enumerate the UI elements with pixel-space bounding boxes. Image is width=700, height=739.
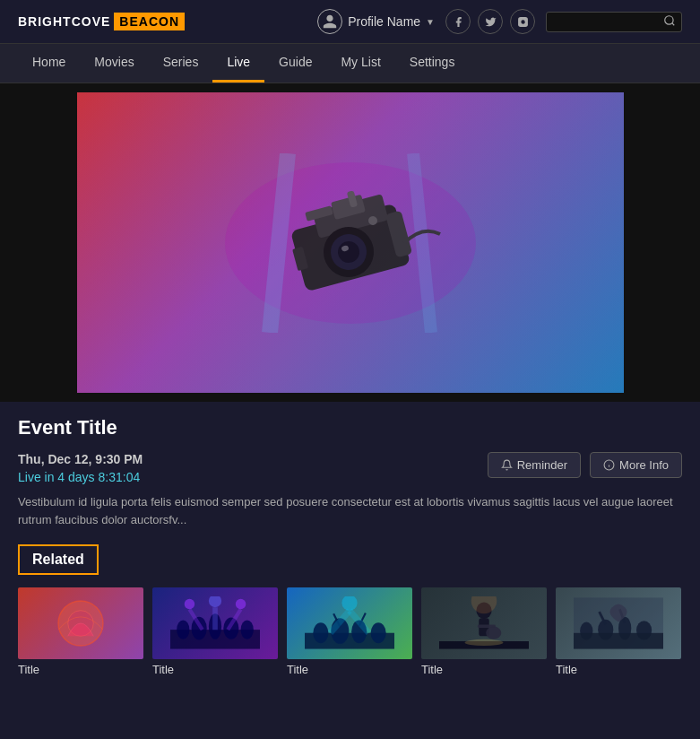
reminder-label: Reminder — [517, 458, 567, 472]
nav-item-live[interactable]: Live — [212, 44, 264, 83]
related-item-title: Title — [421, 663, 547, 676]
svg-point-51 — [465, 639, 504, 646]
related-label: Related — [18, 544, 99, 575]
nav-item-settings[interactable]: Settings — [395, 44, 470, 83]
nav-item-guide[interactable]: Guide — [264, 44, 326, 83]
reminder-button[interactable]: Reminder — [488, 452, 581, 478]
thumb-art-4 — [439, 596, 529, 650]
logo-area: BRIGHTCOVE BEACON — [18, 13, 185, 30]
svg-point-26 — [192, 617, 207, 640]
profile-name: Profile Name — [348, 14, 420, 29]
related-thumb-5 — [556, 587, 681, 659]
search-icon[interactable] — [663, 14, 676, 30]
event-meta: Thu, Dec 12, 9:30 PM Live in 4 days 8:31… — [18, 452, 682, 484]
related-section: Related Title — [0, 544, 700, 676]
social-icons — [445, 9, 535, 34]
svg-point-29 — [241, 620, 254, 639]
list-item[interactable]: Title — [287, 587, 412, 676]
svg-point-32 — [236, 599, 246, 609]
list-item[interactable]: Title — [18, 587, 143, 676]
search-input[interactable] — [552, 15, 660, 29]
logo-brightcove: BRIGHTCOVE — [18, 14, 110, 29]
related-thumb-2 — [152, 587, 278, 659]
facebook-icon[interactable] — [445, 9, 471, 34]
nav: Home Movies Series Live Guide My List Se… — [0, 44, 700, 83]
dropdown-arrow-icon: ▼ — [426, 17, 435, 27]
related-item-title: Title — [18, 663, 143, 676]
nav-item-movies[interactable]: Movies — [80, 44, 148, 83]
svg-point-52 — [471, 596, 497, 613]
thumb-art-5 — [574, 596, 663, 650]
svg-point-25 — [177, 620, 189, 639]
related-item-title: Title — [152, 663, 278, 676]
svg-point-43 — [341, 596, 357, 611]
twitter-icon[interactable] — [478, 9, 503, 34]
svg-point-28 — [223, 618, 238, 639]
hero-camera-svg — [216, 153, 485, 333]
svg-point-30 — [185, 599, 194, 609]
event-live-countdown: Live in 4 days 8:31:04 — [18, 470, 143, 484]
thumb-art-3 — [305, 596, 394, 650]
bell-icon — [501, 459, 513, 471]
thumb-art-2 — [170, 596, 260, 650]
thumb-art-1 — [36, 596, 125, 650]
related-thumb-3 — [287, 587, 412, 659]
nav-item-series[interactable]: Series — [149, 44, 213, 83]
more-info-button[interactable]: More Info — [590, 452, 682, 478]
svg-point-40 — [371, 622, 386, 643]
header-right: Profile Name ▼ — [317, 9, 682, 34]
hero-image-container — [0, 83, 700, 402]
related-item-title: Title — [287, 663, 412, 676]
event-info: Event Title Thu, Dec 12, 9:30 PM Live in… — [0, 402, 700, 528]
nav-item-home[interactable]: Home — [18, 44, 80, 83]
header: BRIGHTCOVE BEACON Profile Name ▼ — [0, 0, 700, 44]
svg-rect-49 — [478, 624, 496, 628]
svg-point-31 — [209, 596, 221, 607]
svg-point-2 — [665, 15, 673, 23]
event-title: Event Title — [18, 416, 682, 439]
list-item[interactable]: Title — [421, 587, 547, 676]
hero-image — [77, 92, 624, 393]
event-datetime: Thu, Dec 12, 9:30 PM — [18, 452, 143, 466]
related-thumb-1 — [18, 587, 143, 659]
search-bar[interactable] — [546, 12, 682, 32]
main-content: Event Title Thu, Dec 12, 9:30 PM Live in… — [0, 83, 700, 676]
logo-beacon: BEACON — [114, 13, 185, 30]
list-item[interactable]: Title — [152, 587, 278, 676]
profile-area[interactable]: Profile Name ▼ — [317, 9, 435, 34]
nav-item-mylist[interactable]: My List — [326, 44, 394, 83]
svg-rect-60 — [574, 597, 663, 632]
event-actions: Reminder More Info — [488, 452, 682, 478]
related-grid: Title — [18, 587, 682, 676]
svg-point-37 — [313, 622, 328, 643]
profile-icon — [317, 9, 342, 34]
related-item-title: Title — [556, 663, 681, 676]
related-thumb-4 — [421, 587, 547, 659]
svg-line-3 — [672, 22, 675, 25]
event-description: Vestibulum id ligula porta felis euismod… — [18, 493, 682, 528]
list-item[interactable]: Title — [556, 587, 681, 676]
event-datetime-area: Thu, Dec 12, 9:30 PM Live in 4 days 8:31… — [18, 452, 143, 484]
logo: BRIGHTCOVE BEACON — [18, 13, 185, 30]
more-info-label: More Info — [619, 458, 669, 472]
instagram-icon[interactable] — [510, 9, 535, 34]
info-icon — [603, 459, 615, 471]
svg-point-48 — [486, 627, 501, 639]
